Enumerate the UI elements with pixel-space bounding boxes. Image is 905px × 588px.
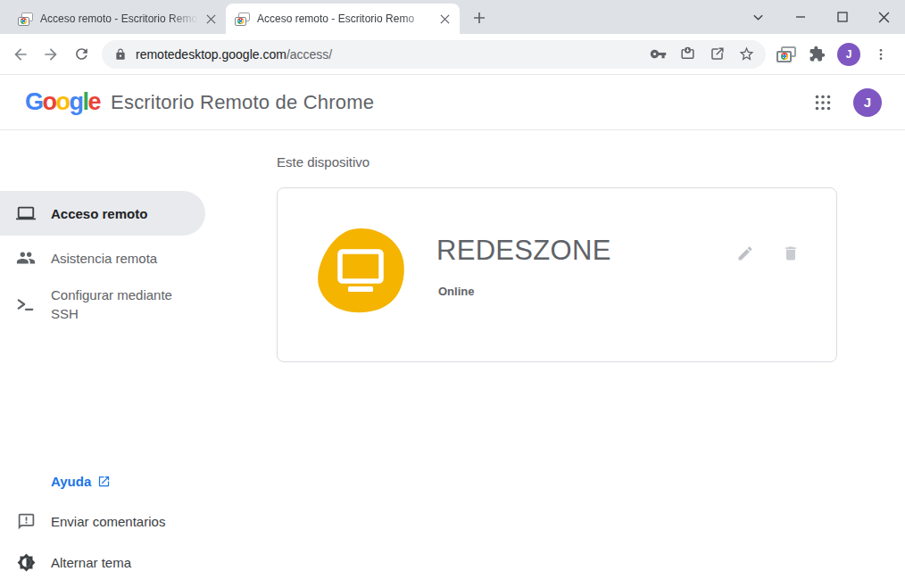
minimize-button[interactable] (779, 0, 821, 34)
maximize-icon (837, 12, 848, 22)
share-icon (709, 46, 726, 62)
install-app-button[interactable] (675, 42, 700, 67)
extensions-puzzle-icon (809, 46, 826, 62)
sidebar-item-label: Configurar mediante SSH (51, 286, 198, 323)
section-title: Este dispositivo (277, 154, 905, 170)
close-tab-icon[interactable] (437, 12, 452, 27)
theme-icon (15, 551, 37, 573)
delete-trash-icon (782, 244, 800, 262)
lock-icon[interactable] (114, 48, 127, 61)
page-title: Escritorio Remoto de Chrome (111, 91, 374, 114)
password-manager-button[interactable] (645, 42, 670, 67)
sidebar: Acceso remoto Asistencia remota Configur… (0, 130, 250, 588)
forward-button[interactable] (36, 39, 66, 70)
google-logo[interactable]: Google (25, 88, 100, 116)
help-link[interactable]: Ayuda (51, 474, 111, 489)
send-feedback-button[interactable]: Enviar comentarios (0, 501, 250, 542)
sidebar-item-remote-support[interactable]: Asistencia remota (0, 236, 250, 280)
reload-icon (73, 46, 90, 62)
device-monitor-icon (316, 228, 405, 314)
tab-strip: Acceso remoto - Escritorio Remo Acceso r… (0, 0, 905, 34)
external-link-icon (97, 475, 111, 488)
close-icon (878, 12, 890, 23)
sidebar-item-remote-access[interactable]: Acceso remoto (0, 191, 205, 236)
back-button[interactable] (5, 39, 36, 70)
sidebar-item-label: Acceso remoto (51, 206, 147, 221)
chevron-down-icon (752, 12, 764, 23)
device-card[interactable]: REDESZONE Online (277, 187, 837, 362)
address-bar[interactable]: remotedesktop.google.com/access/ (102, 40, 766, 69)
page-body: Acceso remoto Asistencia remota Configur… (0, 130, 905, 588)
bookmark-star-icon (738, 46, 755, 62)
tab-remote-access-1[interactable]: Acceso remoto - Escritorio Remo (9, 4, 226, 34)
url-text: remotedesktop.google.com/access/ (136, 47, 332, 62)
tab-search-button[interactable] (737, 0, 779, 34)
toggle-theme-button[interactable]: Alternar tema (0, 542, 250, 583)
close-tab-icon[interactable] (203, 12, 219, 27)
help-label: Ayuda (51, 474, 91, 489)
minimize-icon (795, 12, 806, 22)
sidebar-footer: Ayuda Enviar comentarios Alternar tema (0, 461, 250, 588)
browser-menu-button[interactable] (866, 39, 896, 70)
sidebar-item-ssh-setup[interactable]: Configurar mediante SSH (0, 280, 250, 328)
maximize-button[interactable] (821, 0, 863, 34)
arrow-forward-icon (42, 46, 60, 63)
tab-title: Acceso remoto - Escritorio Remo (40, 12, 198, 25)
people-icon (15, 247, 37, 269)
browser-toolbar: remotedesktop.google.com/access/ (0, 34, 905, 75)
tab-title: Acceso remoto - Escritorio Remo (257, 12, 432, 25)
remote-desktop-icon (776, 46, 796, 62)
share-button[interactable] (704, 42, 729, 67)
plus-icon (473, 12, 486, 24)
tab-remote-access-2[interactable]: Acceso remoto - Escritorio Remo (226, 4, 460, 34)
feedback-icon (15, 510, 37, 532)
app-header: Google Escritorio Remoto de Chrome J (0, 75, 905, 130)
menu-kebab-icon (874, 47, 888, 62)
edit-pencil-icon (736, 244, 754, 262)
device-name: REDESZONE (436, 235, 611, 267)
remote-desktop-favicon (235, 12, 250, 26)
feedback-label: Enviar comentarios (51, 514, 165, 529)
remote-desktop-favicon (18, 12, 33, 26)
browser-profile-avatar[interactable]: J (837, 43, 860, 66)
reload-button[interactable] (66, 39, 96, 70)
edit-device-button[interactable] (736, 244, 754, 262)
arrow-back-icon (12, 46, 29, 63)
remote-desktop-extension-button[interactable] (771, 39, 801, 70)
window-controls (737, 0, 905, 34)
device-status: Online (438, 285, 474, 298)
computer-icon (15, 203, 37, 224)
new-tab-button[interactable] (467, 5, 492, 30)
apps-grid-icon (815, 95, 831, 111)
account-avatar[interactable]: J (853, 88, 882, 117)
sidebar-item-label: Asistencia remota (51, 251, 157, 266)
install-icon (679, 46, 696, 62)
main-content: Este dispositivo REDESZONE Online (250, 130, 905, 588)
delete-device-button[interactable] (782, 244, 800, 262)
close-window-button[interactable] (863, 0, 905, 34)
bookmark-button[interactable] (734, 42, 759, 67)
ssh-terminal-icon (15, 294, 37, 315)
google-apps-button[interactable] (805, 85, 841, 120)
theme-label: Alternar tema (51, 555, 131, 570)
extensions-button[interactable] (801, 39, 832, 70)
key-icon (650, 46, 667, 62)
